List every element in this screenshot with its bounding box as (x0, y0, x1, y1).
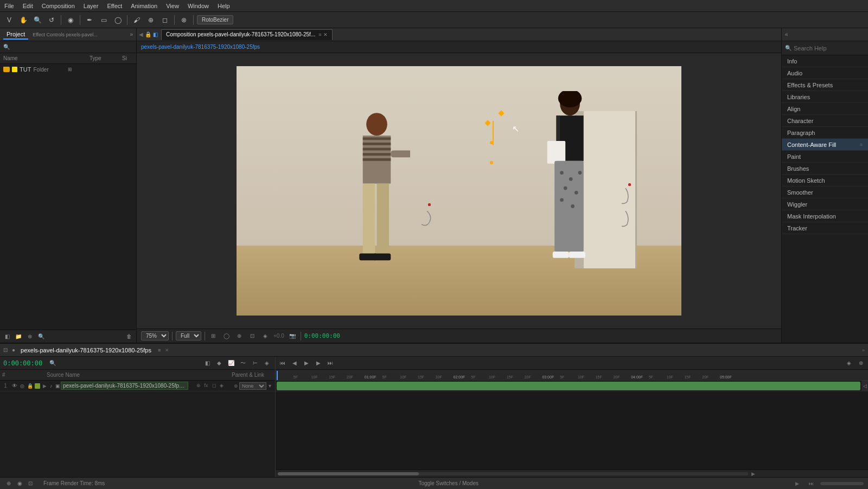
menu-item-window[interactable]: Window (188, 3, 209, 9)
tl-layer-row[interactable]: 1 👁 ◎ 🔒 ▶ ♪ ▣ pexels-pavel-danilyuk-7816… (0, 381, 275, 391)
layer-expand-btn[interactable]: ▶ (41, 383, 48, 389)
tl-keys-btn[interactable]: ◆ (214, 358, 224, 368)
timeline-tab-options[interactable]: ≡ (158, 348, 161, 353)
status-icon-2[interactable]: ◉ (15, 479, 24, 488)
timeline-ruler[interactable]: 5F 10F 15F 20F 01:00F 5F 10F 15F 20F 02:… (276, 370, 868, 381)
status-end-btn[interactable]: ⏭ (806, 479, 816, 488)
tool-camera[interactable]: ◉ (65, 15, 76, 25)
menu-item-layer[interactable]: Layer (84, 3, 99, 9)
panel-item-paint[interactable]: Paint (782, 151, 868, 163)
tl-solo-toggle[interactable]: ⊕ (856, 358, 866, 368)
viewer-mask-btn[interactable]: ◯ (221, 331, 231, 341)
find-button[interactable]: 🔍 (36, 332, 46, 342)
menu-item-file[interactable]: File (4, 3, 14, 9)
tool-brush[interactable]: 🖌 (131, 15, 143, 25)
timeline-scrollbar-thumb[interactable] (278, 472, 419, 475)
tl-play-btn[interactable]: ▶ (302, 358, 311, 368)
tl-trim-btn[interactable]: ⊢ (250, 358, 260, 368)
tl-current-time[interactable]: 0:00:00:00 (3, 359, 42, 367)
tab-effect-controls[interactable]: Effect Controls pexels-pavel... (33, 32, 97, 37)
tool-clone[interactable]: ⊕ (145, 15, 157, 25)
layer-motion-blur-switch[interactable]: ⊕ (195, 383, 202, 389)
viewer-snap-btn[interactable]: ⊡ (247, 331, 257, 341)
tl-motion-path-btn[interactable]: 〜 (238, 358, 248, 368)
tl-search-btn[interactable]: 🔍 (48, 358, 58, 368)
list-item[interactable]: TUT Folder ⊞ (0, 64, 136, 75)
status-icon-1[interactable]: ⊕ (4, 479, 13, 488)
tool-rotate[interactable]: ↺ (46, 15, 58, 25)
panel-item-wiggler[interactable]: Wiggler (782, 198, 868, 210)
comp-tab-close[interactable]: ✕ (323, 32, 328, 37)
panel-item-libraries[interactable]: Libraries (782, 91, 868, 103)
breadcrumb-comp[interactable]: pexels-pavel-danilyuk-7816375-1920x1080-… (141, 44, 260, 50)
project-search-input[interactable] (12, 44, 133, 50)
panel-item-paragraph[interactable]: Paragraph (782, 127, 868, 139)
tool-pen[interactable]: ✒ (84, 15, 95, 25)
timeline-expand-btn[interactable]: » (862, 348, 865, 353)
tab-lock-icon[interactable]: 🔒 (145, 31, 151, 37)
zoom-selector[interactable]: 75% (141, 331, 169, 340)
menu-item-composition[interactable]: Composition (42, 3, 75, 9)
panel-item-content-aware-fill[interactable]: Content-Aware Fill ≡ (782, 139, 868, 151)
tl-step-back-btn[interactable]: ◀ (290, 358, 299, 368)
tl-fforward-btn[interactable]: ⏭ (326, 358, 335, 368)
tab-comp-icon[interactable]: ◧ (153, 31, 158, 37)
menu-item-view[interactable]: View (166, 3, 179, 9)
import-button[interactable]: ⊕ (25, 332, 35, 342)
tl-step-fwd-btn[interactable]: ▶ (314, 358, 323, 368)
panel-item-info[interactable]: Info (782, 55, 868, 67)
status-play-btn[interactable]: ▶ (792, 479, 802, 488)
tl-marker-btn[interactable]: ◈ (844, 358, 854, 368)
new-folder-button[interactable]: 📁 (14, 332, 23, 342)
tl-blending-btn[interactable]: ◈ (262, 358, 272, 368)
tl-comp-btn[interactable]: ◧ (202, 358, 212, 368)
tl-rewind-btn[interactable]: ⏮ (278, 358, 288, 368)
layer-solo-btn[interactable]: ◎ (18, 383, 26, 389)
viewer-motion-btn[interactable]: ◈ (260, 331, 270, 341)
tool-arrow[interactable]: V (3, 15, 15, 25)
layer-adj-switch[interactable]: ◈ (218, 383, 225, 389)
status-icon-3[interactable]: ⊡ (26, 479, 35, 488)
comp-tab-active[interactable]: Composition pexels-pavel-danilyuk-781637… (161, 29, 333, 40)
track-bar-1[interactable] (277, 382, 860, 390)
panel-item-brushes[interactable]: Brushes (782, 163, 868, 175)
toggle-switches-label[interactable]: Toggle Switches / Modes (113, 480, 783, 486)
panel-item-character[interactable]: Character (782, 115, 868, 127)
viewer-grid-btn[interactable]: ⊞ (208, 331, 218, 341)
tool-zoom[interactable]: 🔍 (31, 15, 43, 25)
tl-graph-btn[interactable]: 📈 (226, 358, 236, 368)
layer-audio-btn[interactable]: ♪ (48, 383, 54, 389)
menu-item-help[interactable]: Help (218, 3, 230, 9)
right-panel-expand-btn[interactable]: « (785, 31, 788, 37)
layer-eye-btn[interactable]: 👁 (11, 383, 18, 389)
timeline-scrollbar[interactable] (278, 472, 748, 475)
layer-fx-switch[interactable]: fx (203, 383, 209, 389)
rotobeizer-button[interactable]: RotoBezier (197, 15, 233, 24)
left-panel-expand[interactable]: » (130, 31, 133, 37)
viewer-area[interactable]: ↖ (137, 53, 781, 329)
tab-project[interactable]: Project (3, 30, 28, 40)
tool-hand[interactable]: ✋ (17, 15, 29, 25)
menu-item-animation[interactable]: Animation (131, 3, 157, 9)
viewer-camera-btn[interactable]: 📷 (288, 331, 297, 341)
menu-item-edit[interactable]: Edit (23, 3, 33, 9)
layer-3d-switch[interactable]: ◻ (210, 383, 217, 389)
tool-rect-mask[interactable]: ▭ (98, 15, 110, 25)
panel-item-tracker[interactable]: Tracker (782, 222, 868, 234)
panel-item-effects-presets[interactable]: Effects & Presets (782, 79, 868, 91)
menu-item-effect[interactable]: Effect (107, 3, 122, 9)
panel-item-smoother[interactable]: Smoother (782, 186, 868, 198)
panel-item-motion-sketch[interactable]: Motion Sketch (782, 175, 868, 186)
tool-ellipse-mask[interactable]: ◯ (112, 15, 124, 25)
delete-button[interactable]: 🗑 (124, 332, 134, 342)
panel-item-align[interactable]: Align (782, 103, 868, 115)
tab-left-arrow[interactable]: ◀ (139, 31, 143, 37)
timeline-tab[interactable]: pexels-pavel-danilyuk-7816375-1920x1080-… (18, 346, 154, 355)
tool-eraser[interactable]: ◻ (159, 15, 171, 25)
tool-puppet[interactable]: ⊗ (178, 15, 190, 25)
timeline-tab-close[interactable]: ✕ (165, 348, 169, 353)
timeline-zoom-slider[interactable] (820, 482, 864, 485)
layer-lock-btn[interactable]: 🔒 (26, 383, 34, 389)
viewer-3d-btn[interactable]: ⊕ (234, 331, 244, 341)
quality-selector[interactable]: Full (176, 331, 201, 340)
